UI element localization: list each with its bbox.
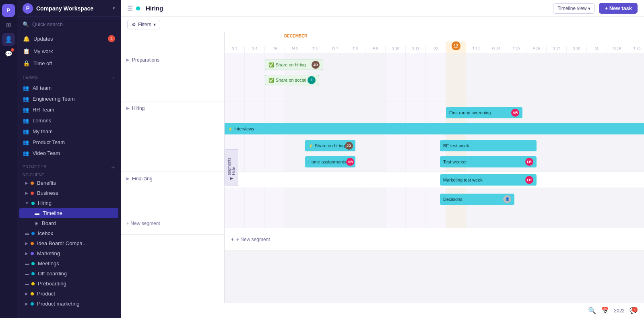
nav-people[interactable]: 👤: [2, 33, 15, 46]
col-49: 49: [265, 46, 285, 53]
col-t13: T 13: [466, 46, 486, 53]
col-s10: S 10: [386, 46, 406, 53]
sidebar-project-preboarding[interactable]: ▬ Preboarding: [17, 279, 121, 289]
timeline-view-button[interactable]: Timeline view ▾: [553, 3, 595, 14]
share-icon: ⚡: [308, 144, 313, 148]
task-avatar: li: [308, 76, 316, 84]
sidebar-project-meetings[interactable]: ▬ Meetings: [17, 258, 121, 268]
timeline-view-label: Timeline view: [557, 6, 586, 11]
hide-segments-label: Hide segments: [227, 154, 236, 175]
sidebar-project-off-boarding[interactable]: ▬ Off-boarding: [17, 268, 121, 279]
sidebar-item-mywork[interactable]: 📋 My work: [17, 45, 121, 57]
marketing-row: Marketing test week LR: [225, 172, 644, 188]
task-home-assignments[interactable]: Home assignments AR: [305, 156, 355, 167]
nav-logo[interactable]: P: [2, 4, 15, 17]
col-s17: S 17: [547, 46, 567, 53]
add-team-button[interactable]: +: [111, 74, 115, 81]
meetings-dot: [31, 262, 35, 265]
task-be-test-week[interactable]: BE test week: [440, 140, 537, 151]
meetings-chevron: ▬: [25, 261, 29, 266]
nav-home[interactable]: ⊞: [2, 19, 15, 31]
sidebar-project-product-marketing[interactable]: ▶ Product marketing: [17, 299, 121, 309]
task-interviews-full[interactable]: ⚡ Interviews: [225, 123, 644, 134]
timeline-grid[interactable]: DECEMBER S 3 S 4 49 M 5 T 6 W 7 T 8 F 9 …: [225, 32, 644, 303]
sidebar-item-engineering-team[interactable]: 👥 Engineering Team: [17, 93, 121, 104]
new-segment-row[interactable]: + + New segment: [225, 228, 644, 251]
main-content: ☰ Hiring Timeline view ▾ + New task ⚙ Fi…: [121, 0, 644, 318]
updates-label: Updates: [33, 36, 53, 42]
segment-labels-panel: ▶ Preparations ▶ Hiring ▶ Finalizing + N…: [121, 32, 225, 303]
sidebar-project-business[interactable]: ▶ Business: [17, 188, 121, 198]
search-icon: 🔍: [23, 21, 29, 27]
task-avatar: AR: [346, 158, 354, 166]
product-marketing-dot: [31, 302, 34, 306]
col-t20: T 20: [627, 46, 644, 53]
task-label: Interviews: [234, 126, 254, 131]
col-w7: W 7: [325, 46, 345, 53]
sidebar-item-all-team[interactable]: 👥 All team: [17, 83, 121, 93]
board-icon: ⊞: [35, 221, 39, 226]
benefits-dot: [31, 182, 34, 185]
calendar-button[interactable]: 📅: [601, 307, 609, 314]
task-marketing-test-week[interactable]: Marketing test week LR: [440, 174, 537, 186]
menu-icon[interactable]: ☰: [127, 4, 133, 12]
sidebar-sub-board[interactable]: ⊞ Board: [17, 218, 121, 228]
col-s3: S 3: [225, 46, 245, 53]
new-segment-button[interactable]: + New segment: [121, 212, 224, 235]
sidebar-item-lemons[interactable]: 👥 Lemons: [17, 115, 121, 126]
workspace-name: Company Workspace: [36, 5, 113, 12]
notifications-bottom-button[interactable]: 💬 4: [630, 307, 638, 314]
segment-row-preparations: ▶ Preparations: [121, 53, 224, 101]
segment-label-header: [121, 32, 224, 53]
year-label: 2022: [614, 308, 625, 314]
sidebar-project-product[interactable]: ▶ Product: [17, 289, 121, 299]
preboarding-chevron: ▬: [25, 281, 29, 286]
sidebar-item-updates[interactable]: 🔔 Updates 4: [17, 32, 121, 45]
new-task-button[interactable]: + New task: [599, 3, 638, 14]
filter-bar: ⚙ Filters ▾: [121, 17, 644, 32]
marketing-dot: [31, 252, 34, 255]
sidebar-project-benefits[interactable]: ▶ Benefits: [17, 178, 121, 188]
col-t6: T 6: [305, 46, 325, 53]
bottombar: 🔍 📅 2022 💬 4: [121, 303, 644, 318]
task-decisions[interactable]: Decisions 👤: [440, 194, 514, 205]
my-team-icon: 👥: [23, 128, 29, 134]
filter-button[interactable]: ⚙ Filters ▾: [127, 20, 160, 29]
search-bar[interactable]: 🔍 Quick search: [17, 17, 121, 32]
icebox-dot: [31, 232, 35, 235]
timeoff-icon: 🔒: [23, 60, 30, 66]
sidebar-project-icebox[interactable]: ▬ Icebox: [17, 228, 121, 238]
col-m5: M 5: [285, 46, 305, 53]
task-share-on-social[interactable]: ✅ Share on social li: [265, 75, 319, 85]
task-share-on-hiring-cyan[interactable]: ⚡ Share on hiring JD: [305, 140, 355, 151]
page-title: Hiring: [146, 5, 163, 12]
sidebar-item-hr-team[interactable]: 👥 HR Team: [17, 104, 121, 115]
timeline-rows: ✅ Share on hiring JD ✅ Share on social l…: [225, 53, 644, 251]
zoom-out-button[interactable]: 🔍: [588, 307, 596, 314]
nav-inbox[interactable]: 💬: [2, 47, 15, 60]
sidebar-sub-timeline[interactable]: ▬ Timeline: [19, 208, 118, 218]
task-test-weeker[interactable]: Test weeker LR: [440, 156, 537, 167]
workspace-header[interactable]: P Company Workspace ▾: [17, 0, 121, 17]
topbar: ☰ Hiring Timeline view ▾ + New task: [121, 0, 644, 17]
lemons-icon: 👥: [23, 118, 29, 124]
sidebar-item-product-team[interactable]: 👥 Product Team: [17, 137, 121, 148]
segment-row-hiring: ▶ Hiring: [121, 101, 224, 172]
sidebar-project-hiring[interactable]: ▼ Hiring: [17, 198, 121, 208]
no-client-label: NO CLIENT: [17, 172, 121, 178]
preparations-arrow: ▶: [126, 58, 130, 62]
sidebar-item-video-team[interactable]: 👥 Video Team: [17, 148, 121, 159]
task-label: Decisions: [443, 197, 462, 202]
task-first-round-screening[interactable]: First round screening AR: [446, 107, 522, 118]
sidebar-item-timeoff[interactable]: 🔒 Time off: [17, 57, 121, 69]
sidebar-project-marketing[interactable]: ▶ Marketing: [17, 248, 121, 258]
task-share-on-hiring[interactable]: ✅ Share on hiring JD: [265, 60, 323, 70]
timeline-header: DECEMBER S 3 S 4 49 M 5 T 6 W 7 T 8 F 9 …: [225, 32, 644, 53]
hide-segments-tab[interactable]: ◀ Hide segments: [225, 149, 238, 186]
business-chevron: ▶: [25, 191, 28, 195]
sidebar-item-my-team[interactable]: 👥 My team: [17, 126, 121, 137]
sidebar-project-idea-board[interactable]: ▶ Idea Board: Compa...: [17, 238, 121, 248]
add-project-button[interactable]: +: [111, 163, 115, 170]
inbox-badge: [11, 48, 14, 52]
mywork-icon: 📋: [23, 48, 30, 54]
